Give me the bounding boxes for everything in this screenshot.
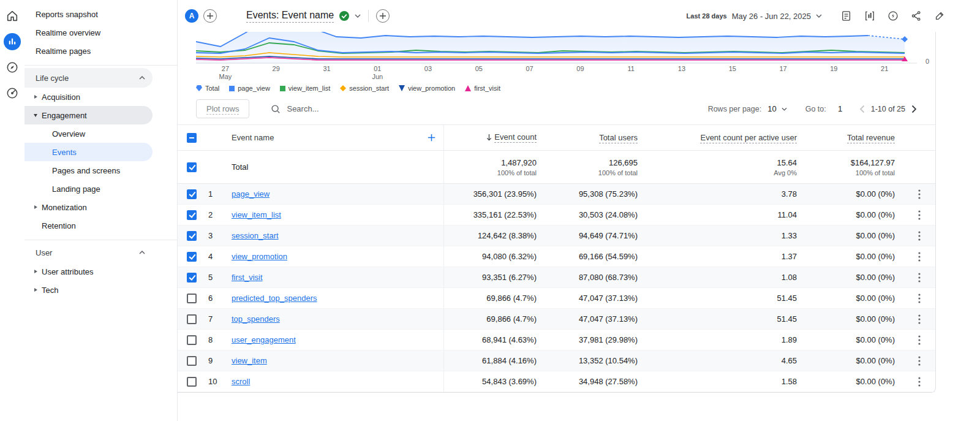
next-page-icon[interactable]: [911, 105, 917, 113]
event-name-link[interactable]: top_spenders: [232, 314, 280, 324]
table-search: [270, 104, 421, 115]
row-menu-icon[interactable]: [918, 252, 921, 262]
row-menu-icon[interactable]: [918, 356, 921, 366]
column-header-total-users[interactable]: Total users: [599, 133, 638, 143]
event-name-link[interactable]: scroll: [232, 377, 250, 386]
row-checkbox[interactable]: [187, 231, 197, 241]
rows-per-page-select[interactable]: 10: [767, 104, 786, 113]
x-tick: 19: [830, 65, 837, 73]
chart-legend: Total page_view view_item_list session_s…: [178, 81, 935, 93]
legend-item-view-item-list: view_item_list: [280, 85, 330, 92]
column-header-event-count[interactable]: Event count: [494, 132, 537, 143]
triangle-up-marker-icon: [465, 85, 471, 91]
row-menu-icon[interactable]: [918, 231, 921, 241]
row-checkbox[interactable]: [187, 356, 197, 366]
previous-page-icon[interactable]: [859, 105, 865, 113]
event-name-link[interactable]: session_start: [232, 231, 279, 240]
reports-icon[interactable]: [4, 33, 21, 50]
explore-icon[interactable]: [4, 59, 21, 76]
row-checkbox[interactable]: [187, 273, 197, 283]
sidebar-item-user-attributes[interactable]: User attributes: [24, 262, 177, 281]
plot-rows-button[interactable]: Plot rows: [196, 99, 249, 118]
search-icon: [270, 104, 281, 115]
chevron-down-icon: [816, 14, 822, 18]
avatar[interactable]: A: [185, 9, 198, 23]
add-report-tab-icon[interactable]: [376, 9, 390, 23]
event-name-link[interactable]: view_item_list: [232, 210, 281, 219]
table-row[interactable]: 5 first_visit 93,351 (6.27%) 87,080 (68.…: [178, 267, 935, 288]
table-row[interactable]: 10 scroll 54,843 (3.69%) 34,948 (27.58%)…: [178, 371, 935, 392]
date-range-selector[interactable]: Last 28 days May 26 - Jun 22, 2025: [687, 12, 822, 21]
row-menu-icon[interactable]: [918, 335, 921, 345]
events-trend-chart: 0: [178, 32, 935, 64]
customize-report-icon[interactable]: [933, 10, 946, 22]
sidebar-item-engagement[interactable]: Engagement: [24, 106, 153, 124]
sidebar-item-monetization[interactable]: Monetization: [24, 198, 177, 216]
select-all-checkbox[interactable]: [187, 133, 197, 143]
row-checkbox[interactable]: [187, 210, 197, 220]
sidebar-item-tech[interactable]: Tech: [24, 281, 177, 299]
add-dimension-icon[interactable]: [427, 133, 436, 142]
row-checkbox[interactable]: [187, 377, 197, 387]
table-row[interactable]: 3 session_start 124,642 (8.38%) 94,649 (…: [178, 226, 935, 246]
row-menu-icon[interactable]: [918, 377, 921, 387]
advertising-icon[interactable]: [4, 85, 21, 102]
sidebar-item-pages-and-screens[interactable]: Pages and screens: [24, 161, 177, 180]
share-icon[interactable]: [910, 10, 922, 22]
table-row[interactable]: 6 predicted_top_spenders 69,866 (4.7%) 4…: [178, 288, 935, 309]
event-name-link[interactable]: user_engagement: [232, 335, 296, 344]
column-header-event-name[interactable]: Event name: [232, 133, 274, 142]
table-row[interactable]: 7 top_spenders 69,866 (4.7%) 47,047 (37.…: [178, 309, 935, 330]
table-row[interactable]: 1 page_view 356,301 (23.95%) 95,308 (75.…: [178, 184, 935, 205]
data-quality-check-icon[interactable]: [339, 10, 350, 21]
table-controls: Plot rows Rows per page: 10 Go to:: [178, 93, 935, 123]
sidebar-item-retention[interactable]: Retention: [24, 216, 177, 235]
row-menu-icon[interactable]: [918, 314, 921, 324]
page-title[interactable]: Events: Event name: [246, 10, 334, 23]
sidebar-item-reports-snapshot[interactable]: Reports snapshot: [24, 5, 177, 23]
home-icon[interactable]: [4, 7, 21, 25]
column-header-event-count-per-active-user[interactable]: Event count per active user: [700, 133, 797, 143]
row-menu-icon[interactable]: [918, 189, 921, 199]
sidebar-item-realtime-pages[interactable]: Realtime pages: [24, 42, 177, 60]
row-menu-icon[interactable]: [918, 273, 921, 283]
notes-icon[interactable]: [840, 10, 853, 22]
event-name-link[interactable]: predicted_top_spenders: [232, 294, 317, 303]
event-name-link[interactable]: page_view: [232, 189, 270, 199]
chevron-right-icon: [33, 287, 38, 292]
search-input[interactable]: [287, 104, 421, 113]
goto-page-input[interactable]: [832, 104, 848, 113]
x-tick: 01Jun: [372, 65, 383, 81]
lifecycle-section: Life cycle Acquisition Engagement Overvi…: [24, 65, 177, 235]
add-comparison-icon[interactable]: [203, 9, 217, 23]
x-tick: 09: [576, 65, 584, 73]
event-name-link[interactable]: view_promotion: [232, 252, 287, 261]
sidebar-item-realtime-overview[interactable]: Realtime overview: [24, 23, 177, 42]
comparisons-icon[interactable]: [864, 10, 876, 22]
pagination-range-label: 1-10 of 25: [871, 105, 905, 113]
insights-icon[interactable]: [887, 10, 899, 22]
table-row[interactable]: 2 view_item_list 335,161 (22.53%) 30,503…: [178, 205, 935, 226]
totals-checkbox[interactable]: [187, 162, 197, 172]
sidebar-item-events[interactable]: Events: [24, 143, 153, 161]
row-menu-icon[interactable]: [918, 294, 921, 303]
event-name-link[interactable]: view_item: [232, 356, 267, 365]
chevron-down-icon[interactable]: [355, 14, 361, 18]
sidebar-item-acquisition[interactable]: Acquisition: [24, 88, 177, 106]
table-row[interactable]: 4 view_promotion 94,080 (6.32%) 69,166 (…: [178, 246, 935, 267]
column-header-total-revenue[interactable]: Total revenue: [847, 133, 895, 143]
event-name-link[interactable]: first_visit: [232, 273, 263, 282]
lifecycle-section-header[interactable]: Life cycle: [24, 68, 153, 88]
table-row[interactable]: 9 view_item 61,884 (4.16%) 13,352 (10.54…: [178, 351, 935, 371]
sidebar-item-landing-page[interactable]: Landing page: [24, 180, 177, 198]
pagination: 1-10 of 25: [859, 105, 917, 113]
row-checkbox[interactable]: [187, 294, 197, 303]
row-checkbox[interactable]: [187, 314, 197, 324]
user-section-header[interactable]: User: [24, 243, 153, 262]
row-checkbox[interactable]: [187, 252, 197, 262]
row-checkbox[interactable]: [187, 189, 197, 199]
sidebar-item-overview[interactable]: Overview: [24, 124, 177, 143]
row-menu-icon[interactable]: [918, 210, 921, 220]
row-checkbox[interactable]: [187, 335, 197, 345]
table-row[interactable]: 8 user_engagement 68,941 (4.63%) 37,981 …: [178, 330, 935, 351]
